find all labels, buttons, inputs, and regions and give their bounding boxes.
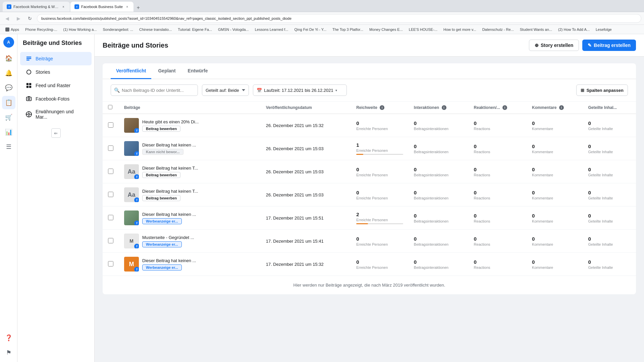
forward-button[interactable]: ▶ bbox=[14, 14, 23, 23]
bookmark-16[interactable]: Lesefolge bbox=[593, 27, 614, 32]
reload-button[interactable]: ↻ bbox=[25, 14, 34, 23]
tab-close-1[interactable]: × bbox=[61, 4, 66, 9]
tab-entwuerfe[interactable]: Entwürfe bbox=[182, 63, 213, 79]
bookmark-15[interactable]: (2) How To Add A... bbox=[555, 27, 592, 32]
post-text-info: Dieser Beitrag hat keinen T... Beitrag b… bbox=[142, 189, 198, 201]
post-info-wrap: f Dieser Beitrag hat keinen ... Kann nic… bbox=[124, 141, 255, 156]
nav-item-beitraege[interactable]: Beiträge bbox=[20, 52, 92, 65]
date-range-filter[interactable]: 📅 Laufzeit: 17.12.2021 bis 26.12.2021 ▾ bbox=[253, 84, 347, 96]
browser-tab-1[interactable]: f Facebook Marketing & Werbe... × bbox=[3, 2, 70, 12]
post-thumbnail: M f bbox=[124, 234, 139, 248]
bookmark-5[interactable]: Tutorial: Eigene Fa... bbox=[175, 27, 215, 32]
post-interactions-4: 0 Beitragsinteraktionen bbox=[409, 183, 469, 206]
post-create-button[interactable]: ✎ Beitrag erstellen bbox=[582, 40, 636, 51]
svg-point-10 bbox=[28, 113, 30, 115]
reactions-info-icon[interactable]: i bbox=[502, 105, 507, 110]
post-action-btn-1[interactable]: Beitrag bewerben bbox=[142, 126, 180, 132]
row-checkbox-2[interactable] bbox=[108, 145, 113, 151]
row-checkbox-6[interactable] bbox=[108, 238, 113, 243]
search-input[interactable] bbox=[111, 84, 198, 96]
shares-label: Geteilte Inhalte bbox=[588, 196, 631, 200]
nav-item-fotos[interactable]: Facebook-Fotos bbox=[20, 92, 92, 106]
bookmark-10[interactable]: Money Changes E... bbox=[367, 27, 406, 32]
tab-geplant[interactable]: Geplant bbox=[153, 63, 181, 79]
user-avatar[interactable]: A bbox=[3, 37, 14, 48]
table-row: Aa f Dieser Beitrag hat keinen T... Beit… bbox=[103, 160, 636, 183]
columns-button[interactable]: ⊞ Spalten anpassen bbox=[576, 84, 628, 96]
bookmark-2[interactable]: (1) How Working a... bbox=[60, 27, 99, 32]
browser-tab-2[interactable]: f Facebook Business Suite × bbox=[70, 2, 133, 12]
th-reach: Reichweite i bbox=[351, 102, 409, 114]
bookmark-11[interactable]: LEE'S HOUSE-... bbox=[406, 27, 440, 32]
row-checkbox-4[interactable] bbox=[108, 192, 113, 197]
interactions-info-icon[interactable]: i bbox=[442, 105, 446, 110]
date-range-text: Laufzeit: 17.12.2021 bis 26.12.2021 bbox=[264, 88, 333, 93]
shared-on-filter[interactable]: Geteilt auf: Beide bbox=[202, 84, 249, 96]
comments-info-icon[interactable]: i bbox=[559, 105, 564, 110]
post-thumbnail: M f bbox=[124, 257, 139, 272]
table-row: M f Dieser Beitrag hat keinen ... Werbea… bbox=[103, 253, 636, 276]
post-reactions-6: 0 Reactions bbox=[469, 230, 527, 253]
post-action-btn-2[interactable]: Kann nicht bewor... bbox=[142, 149, 183, 155]
reach-label: Erreichte Personen bbox=[356, 242, 403, 246]
bookmark-7[interactable]: Lessons Learned f... bbox=[252, 27, 291, 32]
sidebar-icon-help[interactable]: ❓ bbox=[2, 331, 15, 345]
sidebar-icon-messages[interactable]: 💬 bbox=[2, 81, 15, 95]
collapse-nav-button[interactable]: ⇐ bbox=[51, 128, 61, 138]
select-all-checkbox[interactable] bbox=[108, 105, 112, 109]
post-action-btn-6[interactable]: Werbeanzeige er... bbox=[142, 241, 182, 247]
tab-close-2[interactable]: × bbox=[125, 4, 129, 9]
reach-bar bbox=[356, 223, 403, 224]
bookmark-14[interactable]: Student Wants an... bbox=[517, 27, 555, 32]
tab-veroeffentlicht[interactable]: Veröffentlicht bbox=[111, 63, 151, 79]
interactions-value: 0 bbox=[414, 259, 463, 265]
bookmark-9[interactable]: The Top 3 Platfor... bbox=[330, 27, 366, 32]
nav-item-stories[interactable]: Stories bbox=[20, 65, 92, 79]
post-action-btn-3[interactable]: Beitrag bewerben bbox=[142, 172, 180, 178]
new-tab-button[interactable]: + bbox=[134, 4, 142, 12]
bookmark-8[interactable]: Qing Fei De Yi - Y... bbox=[291, 27, 329, 32]
post-reach-6: 0 Erreichte Personen bbox=[351, 230, 409, 253]
story-create-button[interactable]: ⊕ Story erstellen bbox=[529, 40, 579, 51]
sidebar-icon-insights[interactable]: 📊 bbox=[2, 125, 15, 139]
shares-value: 0 bbox=[588, 190, 631, 195]
post-thumbnail: f bbox=[124, 118, 139, 133]
post-action-btn-5[interactable]: Werbeanzeige er... bbox=[142, 218, 182, 224]
svg-point-9 bbox=[28, 98, 30, 100]
post-thumbnail: Aa f bbox=[124, 187, 139, 202]
th-reactions: Reaktionen/... i bbox=[469, 102, 527, 114]
row-checkbox-7[interactable] bbox=[108, 261, 113, 266]
sidebar-icon-feedback[interactable]: ⚑ bbox=[2, 346, 15, 359]
reach-info-icon[interactable]: i bbox=[380, 105, 384, 110]
bookmark-4[interactable]: Chinese translatio... bbox=[137, 27, 174, 32]
interactions-label: Beitragsinteraktionen bbox=[414, 127, 463, 131]
bookmark-3[interactable]: Sonderangebot: ... bbox=[100, 27, 136, 32]
row-checkbox-1[interactable] bbox=[108, 122, 113, 128]
bookmark-12[interactable]: How to get more v... bbox=[441, 27, 479, 32]
address-bar[interactable]: business.facebook.com/latest/posts/publi… bbox=[37, 14, 641, 23]
bookmark-apps[interactable]: Apps bbox=[3, 27, 22, 32]
nav-item-erwaehnung[interactable]: Erwähnungen und Mar... bbox=[20, 106, 92, 123]
sidebar-icon-shop[interactable]: 🛒 bbox=[2, 111, 15, 124]
sidebar-icon-more[interactable]: ☰ bbox=[2, 140, 15, 154]
row-checkbox-5[interactable] bbox=[108, 215, 113, 220]
sidebar-icon-content[interactable]: 📋 bbox=[2, 96, 15, 109]
back-button[interactable]: ◀ bbox=[3, 14, 11, 23]
nav-label-fotos: Facebook-Fotos bbox=[36, 96, 69, 102]
sidebar-icon-home[interactable]: 🏠 bbox=[2, 52, 15, 65]
page-header: Beiträge und Stories ⊕ Story erstellen ✎… bbox=[95, 34, 644, 57]
sidebar-icon-notifications[interactable]: 🔔 bbox=[2, 66, 15, 80]
post-comments-5: 0 Kommentare bbox=[527, 206, 583, 230]
nav-icon-stories bbox=[25, 69, 32, 75]
bookmark-13[interactable]: Datenschutz - Re... bbox=[480, 27, 517, 32]
nav-item-feed[interactable]: Feed und Raster bbox=[20, 79, 92, 92]
reactions-label: Reactions bbox=[474, 173, 522, 177]
shares-label: Geteilte Inhalte bbox=[588, 219, 631, 223]
svg-rect-2 bbox=[26, 60, 30, 61]
post-action-btn-4[interactable]: Beitrag bewerben bbox=[142, 195, 180, 201]
post-action-btn-7[interactable]: Werbeanzeige er... bbox=[142, 264, 182, 270]
row-checkbox-3[interactable] bbox=[108, 169, 113, 174]
bookmark-6[interactable]: GMSN - Vologda... bbox=[215, 27, 252, 32]
svg-rect-7 bbox=[29, 86, 31, 88]
bookmark-1[interactable]: Phone Recycling-... bbox=[22, 27, 60, 32]
